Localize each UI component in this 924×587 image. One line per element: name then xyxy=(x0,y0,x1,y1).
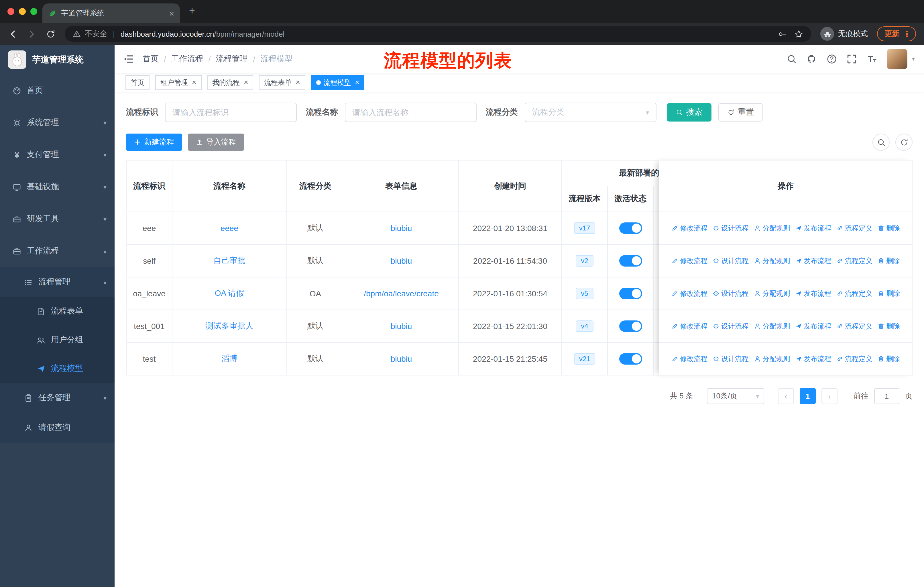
process-name-link[interactable]: eeee xyxy=(221,223,238,233)
process-key-input[interactable] xyxy=(165,103,297,122)
font-size-icon[interactable] xyxy=(867,54,877,64)
github-icon[interactable] xyxy=(807,54,817,64)
address-bar[interactable]: 不安全 | dashboard.yudao.iocoder.cn/bpm/man… xyxy=(65,26,811,42)
active-toggle[interactable] xyxy=(619,321,642,332)
action-delete-link[interactable]: 删除 xyxy=(878,256,900,266)
action-delete-link[interactable]: 删除 xyxy=(878,223,900,233)
window-minimize-button[interactable] xyxy=(19,8,26,15)
process-name-link[interactable]: 测试多审批人 xyxy=(205,321,254,331)
sidebar-item-workflow[interactable]: 工作流程▴ xyxy=(0,235,115,267)
action-design-link[interactable]: 设计流程 xyxy=(713,289,749,298)
action-modify-link[interactable]: 修改流程 xyxy=(672,223,708,233)
search-icon[interactable] xyxy=(787,54,797,64)
sidebar-item-process-model[interactable]: 流程模型 xyxy=(0,354,115,383)
next-page-button[interactable]: › xyxy=(822,388,838,404)
action-publish-link[interactable]: 发布流程 xyxy=(795,223,831,233)
window-zoom-button[interactable] xyxy=(30,8,37,15)
form-info-link[interactable]: biubiu xyxy=(391,322,412,331)
form-info-link[interactable]: biubiu xyxy=(391,256,412,265)
browser-tab[interactable]: 芋道管理系统 × xyxy=(42,3,180,23)
action-publish-link[interactable]: 发布流程 xyxy=(795,256,831,266)
form-info-link[interactable]: biubiu xyxy=(391,223,412,233)
process-name-link[interactable]: 自己审批 xyxy=(213,256,246,266)
sidebar-item-infrastructure[interactable]: 基础设施▾ xyxy=(0,171,115,203)
breadcrumb-workflow[interactable]: 工作流程 xyxy=(171,54,203,64)
action-publish-link[interactable]: 发布流程 xyxy=(795,289,831,298)
sidebar-item-task-management[interactable]: 任务管理▾ xyxy=(0,383,115,413)
action-modify-link[interactable]: 修改流程 xyxy=(672,321,708,331)
action-definition-link[interactable]: 流程定义 xyxy=(837,321,873,331)
action-modify-link[interactable]: 修改流程 xyxy=(672,256,708,266)
process-name-input[interactable] xyxy=(345,103,477,122)
action-definition-link[interactable]: 流程定义 xyxy=(837,289,873,298)
active-toggle[interactable] xyxy=(619,255,642,266)
refresh-table-button[interactable] xyxy=(895,134,912,151)
browser-update-button[interactable]: 更新 ⋮ xyxy=(877,26,916,41)
sidebar-item-payment[interactable]: ¥支付管理▾ xyxy=(0,139,115,171)
sidebar-item-user-group[interactable]: 用户分组 xyxy=(0,326,115,354)
view-tag-2[interactable]: 我的流程× xyxy=(207,75,253,90)
prev-page-button[interactable]: ‹ xyxy=(778,388,794,404)
action-assign-link[interactable]: 分配规则 xyxy=(754,289,790,298)
view-tag-4[interactable]: 流程模型× xyxy=(311,75,365,90)
forward-icon[interactable] xyxy=(27,29,37,39)
category-select[interactable]: 流程分类 ▾ xyxy=(525,103,657,122)
new-tab-button[interactable]: + xyxy=(189,5,195,17)
active-toggle[interactable] xyxy=(619,353,642,365)
bookmark-star-icon[interactable] xyxy=(795,30,803,38)
process-name-link[interactable]: OA 请假 xyxy=(215,288,244,299)
tab-close-icon[interactable]: × xyxy=(169,9,174,18)
sidebar-toggle-icon[interactable] xyxy=(122,53,134,64)
page-size-select[interactable]: 10条/页 ▾ xyxy=(707,388,764,404)
import-process-button[interactable]: 导入流程 xyxy=(188,134,244,151)
action-publish-link[interactable]: 发布流程 xyxy=(795,354,831,364)
sidebar-item-dev-tools[interactable]: 研发工具▾ xyxy=(0,203,115,235)
action-definition-link[interactable]: 流程定义 xyxy=(837,223,873,233)
fullscreen-icon[interactable] xyxy=(846,54,857,64)
action-modify-link[interactable]: 修改流程 xyxy=(672,354,708,364)
active-toggle[interactable] xyxy=(619,288,642,299)
action-design-link[interactable]: 设计流程 xyxy=(713,223,749,233)
close-icon[interactable]: × xyxy=(192,79,196,86)
breadcrumb-process-management[interactable]: 流程管理 xyxy=(216,54,248,64)
view-tag-3[interactable]: 流程表单× xyxy=(259,75,305,90)
form-info-link[interactable]: biubiu xyxy=(391,354,412,364)
window-close-button[interactable] xyxy=(7,8,14,15)
action-design-link[interactable]: 设计流程 xyxy=(713,256,749,266)
close-icon[interactable]: × xyxy=(295,79,300,86)
breadcrumb-home[interactable]: 首页 xyxy=(143,54,159,64)
process-name-link[interactable]: 滔博 xyxy=(221,354,238,364)
action-assign-link[interactable]: 分配规则 xyxy=(754,223,790,233)
page-1-button[interactable]: 1 xyxy=(800,388,816,404)
action-definition-link[interactable]: 流程定义 xyxy=(837,256,873,266)
reset-button[interactable]: 重置 xyxy=(718,103,763,122)
action-delete-link[interactable]: 删除 xyxy=(878,321,900,331)
reload-icon[interactable] xyxy=(46,29,56,39)
view-tag-1[interactable]: 租户管理× xyxy=(155,75,201,90)
action-delete-link[interactable]: 删除 xyxy=(878,354,900,364)
action-assign-link[interactable]: 分配规则 xyxy=(754,256,790,266)
sidebar-item-process-form[interactable]: 流程表单 xyxy=(0,297,115,326)
action-definition-link[interactable]: 流程定义 xyxy=(837,354,873,364)
action-assign-link[interactable]: 分配规则 xyxy=(754,354,790,364)
show-search-button[interactable] xyxy=(873,134,889,151)
back-icon[interactable] xyxy=(8,29,18,39)
view-tag-0[interactable]: 首页 xyxy=(125,75,150,90)
goto-page-input[interactable] xyxy=(874,388,899,404)
action-delete-link[interactable]: 删除 xyxy=(878,289,900,298)
action-design-link[interactable]: 设计流程 xyxy=(713,354,749,364)
action-publish-link[interactable]: 发布流程 xyxy=(795,321,831,331)
app-logo[interactable]: 芋道管理系统 xyxy=(0,45,115,74)
help-icon[interactable] xyxy=(827,54,837,64)
sidebar-item-system[interactable]: 系统管理▾ xyxy=(0,107,115,139)
user-avatar[interactable] xyxy=(887,48,908,69)
sidebar-item-process-management[interactable]: 流程管理▴ xyxy=(0,267,115,297)
key-icon[interactable] xyxy=(778,30,787,38)
action-modify-link[interactable]: 修改流程 xyxy=(672,289,708,298)
create-process-button[interactable]: 新建流程 xyxy=(126,134,182,151)
kebab-menu-icon[interactable]: ⋮ xyxy=(903,29,911,38)
action-assign-link[interactable]: 分配规则 xyxy=(754,321,790,331)
action-design-link[interactable]: 设计流程 xyxy=(713,321,749,331)
close-icon[interactable]: × xyxy=(244,79,248,86)
active-toggle[interactable] xyxy=(619,222,642,234)
